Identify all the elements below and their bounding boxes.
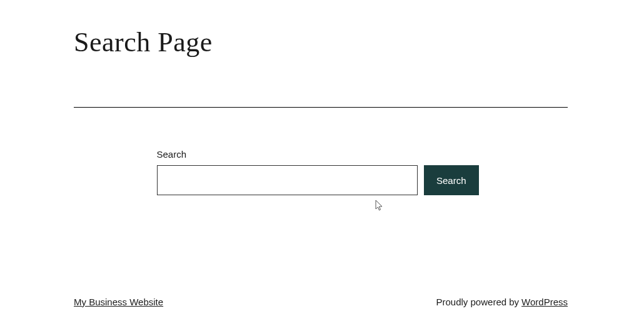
search-row: Search <box>157 165 479 195</box>
powered-by-text: Proudly powered by <box>436 297 520 307</box>
search-label: Search <box>157 149 479 160</box>
footer-right: Proudly powered by WordPress <box>436 297 568 307</box>
cursor-icon <box>375 200 384 211</box>
footer: My Business Website Proudly powered by W… <box>0 297 644 307</box>
page-title: Search Page <box>74 26 568 58</box>
search-wrapper: Search Search <box>157 149 479 195</box>
search-input[interactable] <box>157 165 418 195</box>
main-container: Search Page Search Search <box>74 26 568 195</box>
wordpress-link[interactable]: WordPress <box>521 297 568 307</box>
footer-inner: My Business Website Proudly powered by W… <box>74 297 568 307</box>
divider <box>74 107 568 108</box>
search-section: Search Search <box>74 149 568 195</box>
site-link[interactable]: My Business Website <box>74 297 163 307</box>
search-button[interactable]: Search <box>424 165 479 195</box>
